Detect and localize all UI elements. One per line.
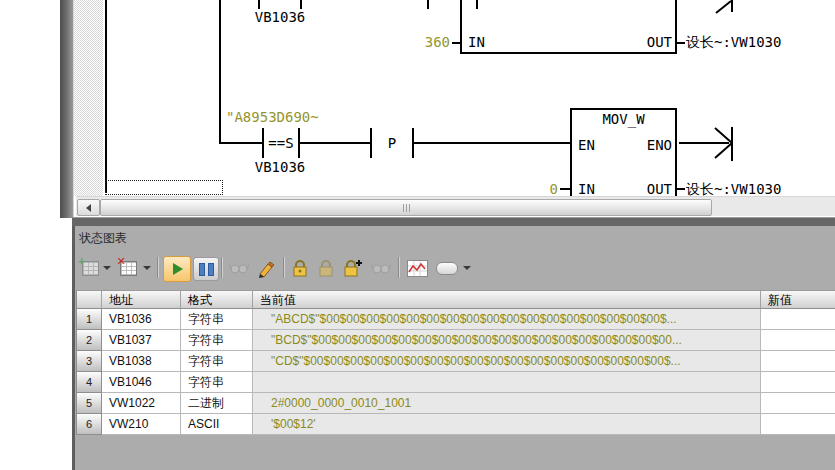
header-corner (77, 291, 102, 309)
pause-chart-button[interactable] (193, 257, 219, 281)
unforce-button[interactable] (315, 256, 337, 280)
force-icon (292, 259, 308, 277)
chart-status-on-button[interactable] (163, 256, 191, 282)
delete-row-icon: ✕ (120, 261, 137, 276)
delete-row-button[interactable]: ✕ (116, 256, 140, 280)
table-row: 2 VB1037 字符串 "BCD$"$00$00$00$00$00$00$00… (77, 330, 835, 351)
new-value-cell[interactable] (761, 309, 835, 330)
trend-view-icon (407, 260, 428, 277)
address-cell[interactable]: VB1046 (102, 372, 181, 393)
symbol-toggle-dropdown[interactable] (462, 256, 472, 280)
contact-operand-label: VB1036 (240, 9, 320, 25)
address-cell[interactable]: VW210 (102, 414, 181, 435)
table-header-row: 地址 格式 当前值 新值 (77, 291, 835, 309)
trend-view-button[interactable] (404, 256, 430, 280)
current-value-cell: "BCD$"$00$00$00$00$00$00$00$00$00$00$00$… (253, 330, 761, 351)
format-cell[interactable]: 字符串 (181, 330, 253, 351)
symbol-toggle-button[interactable] (434, 256, 460, 280)
wire (414, 142, 571, 144)
new-value-cell[interactable] (761, 372, 835, 393)
current-value-cell (253, 372, 761, 393)
scroll-left-button[interactable] (77, 199, 100, 216)
add-row-button[interactable]: + (78, 256, 102, 280)
format-cell[interactable]: 字符串 (181, 351, 253, 372)
force-button[interactable] (289, 256, 311, 280)
compare-op-label: ==S (262, 135, 300, 151)
box-edge (675, 0, 677, 54)
table-row: 1 VB1036 字符串 "ABCD$"$00$00$00$00$00$00$0… (77, 309, 835, 330)
address-cell[interactable]: VW1022 (102, 393, 181, 414)
box-edge (460, 52, 677, 54)
write-all-button[interactable] (253, 256, 277, 280)
out-pin-label: OUT (618, 181, 672, 197)
panel-title: 状态图表 (79, 230, 127, 247)
horizontal-scrollbar[interactable] (76, 196, 835, 216)
chevron-down-icon (143, 266, 151, 270)
micro-win-window: VB1036 "A8953D690~ ==S VB1036 P 360 IN O… (0, 0, 835, 470)
force-all-button[interactable] (341, 256, 365, 280)
play-icon (173, 263, 183, 275)
contact-leg[interactable] (427, 0, 429, 9)
pause-icon (199, 263, 214, 276)
current-value-cell: '$00$12' (253, 414, 761, 435)
read-forced-button[interactable] (369, 256, 393, 280)
pin-wire (560, 188, 570, 190)
read-all-button[interactable] (227, 256, 251, 280)
header-address[interactable]: 地址 (102, 291, 181, 309)
header-new-value[interactable]: 新值 (761, 291, 835, 309)
row-number[interactable]: 5 (77, 393, 102, 414)
row-number[interactable]: 3 (77, 351, 102, 372)
power-rail (105, 0, 107, 193)
toolbar-separator (157, 257, 159, 278)
address-cell[interactable]: VB1037 (102, 330, 181, 351)
pulse-label: P (372, 135, 412, 151)
row-number[interactable]: 1 (77, 309, 102, 330)
row-number[interactable]: 4 (77, 372, 102, 393)
contact-leg[interactable] (300, 0, 302, 9)
eno-pin-label: ENO (608, 137, 672, 153)
new-value-cell[interactable] (761, 351, 835, 372)
chevron-down-icon (463, 266, 471, 270)
force-all-icon (343, 259, 363, 277)
in-value: 360 (408, 34, 450, 50)
in-pin-label: IN (578, 181, 595, 197)
symbol-toggle-icon (436, 262, 458, 275)
add-row-dropdown[interactable] (102, 256, 112, 280)
read-forced-icon (371, 261, 391, 275)
write-all-icon (255, 258, 275, 278)
editor-selection-cursor[interactable] (105, 180, 223, 195)
header-format[interactable]: 格式 (181, 291, 253, 309)
new-value-cell[interactable] (761, 414, 835, 435)
format-cell[interactable]: ASCII (181, 414, 253, 435)
out-pin-label: OUT (618, 34, 672, 50)
address-cell[interactable]: VB1038 (102, 351, 181, 372)
header-current-value[interactable]: 当前值 (253, 291, 761, 309)
in-value: 0 (528, 181, 558, 197)
pin-wire (677, 42, 685, 44)
add-row-icon: + (82, 261, 99, 276)
window-border (60, 0, 74, 218)
box-edge (570, 108, 677, 110)
contact-leg[interactable] (476, 0, 478, 9)
format-cell[interactable]: 字符串 (181, 309, 253, 330)
editor-margin (74, 0, 103, 196)
new-value-cell[interactable] (761, 393, 835, 414)
new-value-cell[interactable] (761, 330, 835, 351)
format-cell[interactable]: 二进制 (181, 393, 253, 414)
row-number[interactable]: 2 (77, 330, 102, 351)
delete-row-dropdown[interactable] (142, 256, 152, 280)
panel-border (72, 226, 75, 470)
current-value-cell: "CD$"$00$00$00$00$00$00$00$00$00$00$00$0… (253, 351, 761, 372)
table-row: 6 VW210 ASCII '$00$12' (77, 414, 835, 435)
contact-operand-label: VB1036 (240, 159, 320, 175)
symbol-comment: "A8953D690~ (226, 109, 319, 125)
format-cell[interactable]: 字符串 (181, 372, 253, 393)
current-value-cell: 2#0000_0000_0010_1001 (253, 393, 761, 414)
en-pin-label: EN (578, 137, 595, 153)
contact-leg[interactable] (258, 0, 260, 9)
wire (300, 142, 370, 144)
scrollbar-thumb[interactable] (100, 199, 712, 216)
row-number[interactable]: 6 (77, 414, 102, 435)
address-cell[interactable]: VB1036 (102, 309, 181, 330)
table-row: 5 VW1022 二进制 2#0000_0000_0010_1001 (77, 393, 835, 414)
